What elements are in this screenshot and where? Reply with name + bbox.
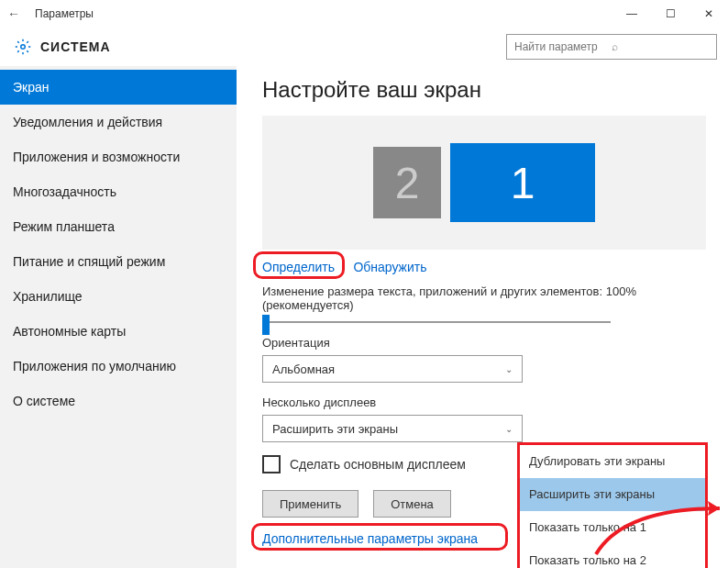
chevron-down-icon: ⌄ — [505, 364, 513, 374]
sidebar-item-storage[interactable]: Хранилище — [0, 279, 237, 314]
sidebar-item-notifications[interactable]: Уведомления и действия — [0, 105, 237, 139]
sidebar-item-tablet[interactable]: Режим планшета — [0, 209, 237, 244]
apply-button[interactable]: Применить — [262, 490, 358, 518]
close-button[interactable]: ✕ — [689, 0, 728, 28]
search-icon: ⌕ — [612, 40, 709, 53]
identify-link[interactable]: Определить — [262, 260, 335, 274]
scale-slider[interactable] — [262, 321, 611, 323]
orientation-select[interactable]: Альбомная ⌄ — [262, 355, 523, 383]
back-button[interactable]: ← — [7, 6, 29, 21]
svg-point-0 — [21, 45, 26, 50]
sidebar-item-display[interactable]: Экран — [0, 70, 237, 105]
multi-display-dropdown: Дублировать эти экраны Расширить эти экр… — [517, 442, 708, 568]
cancel-button[interactable]: Отмена — [373, 490, 451, 518]
sidebar-item-power[interactable]: Питание и спящий режим — [0, 244, 237, 279]
slider-thumb[interactable] — [262, 315, 270, 335]
search-input[interactable]: Найти параметр ⌕ — [506, 34, 717, 60]
dropdown-option-extend[interactable]: Расширить эти экраны — [520, 478, 705, 511]
display-1[interactable]: 1 — [450, 143, 595, 222]
gear-icon — [15, 39, 31, 55]
multi-display-label: Несколько дисплеев — [262, 395, 706, 409]
sidebar-item-multitask[interactable]: Многозадачность — [0, 174, 237, 209]
advanced-display-link[interactable]: Дополнительные параметры экрана — [262, 531, 478, 546]
primary-display-checkbox[interactable] — [262, 455, 281, 473]
dropdown-option-only1[interactable]: Показать только на 1 — [520, 511, 705, 544]
orientation-label: Ориентация — [262, 336, 706, 350]
dropdown-option-only2[interactable]: Показать только на 2 — [520, 544, 705, 568]
orientation-value: Альбомная — [272, 362, 335, 376]
sidebar: Экран Уведомления и действия Приложения … — [0, 66, 237, 568]
header-title: СИСТЕМА — [40, 39, 111, 54]
minimize-button[interactable]: — — [612, 0, 651, 28]
display-2[interactable]: 2 — [373, 147, 441, 218]
search-placeholder: Найти параметр — [514, 40, 612, 53]
multi-display-select[interactable]: Расширить эти экраны ⌄ — [262, 415, 523, 442]
primary-display-label: Сделать основным дисплеем — [290, 457, 466, 472]
page-title: Настройте ваш экран — [262, 77, 706, 103]
sidebar-item-default-apps[interactable]: Приложения по умолчанию — [0, 349, 237, 384]
maximize-button[interactable]: ☐ — [651, 0, 689, 28]
dropdown-option-duplicate[interactable]: Дублировать эти экраны — [520, 445, 705, 478]
detect-link[interactable]: Обнаружить — [353, 260, 426, 274]
chevron-down-icon: ⌄ — [505, 424, 513, 434]
sidebar-item-apps[interactable]: Приложения и возможности — [0, 139, 237, 174]
sidebar-item-maps[interactable]: Автономные карты — [0, 314, 237, 349]
sidebar-item-about[interactable]: О системе — [0, 384, 237, 418]
scale-label: Изменение размера текста, приложений и д… — [262, 284, 706, 312]
multi-display-value: Расширить эти экраны — [272, 422, 398, 436]
window-title: Параметры — [35, 7, 94, 20]
display-arrangement[interactable]: 2 1 — [262, 116, 706, 250]
